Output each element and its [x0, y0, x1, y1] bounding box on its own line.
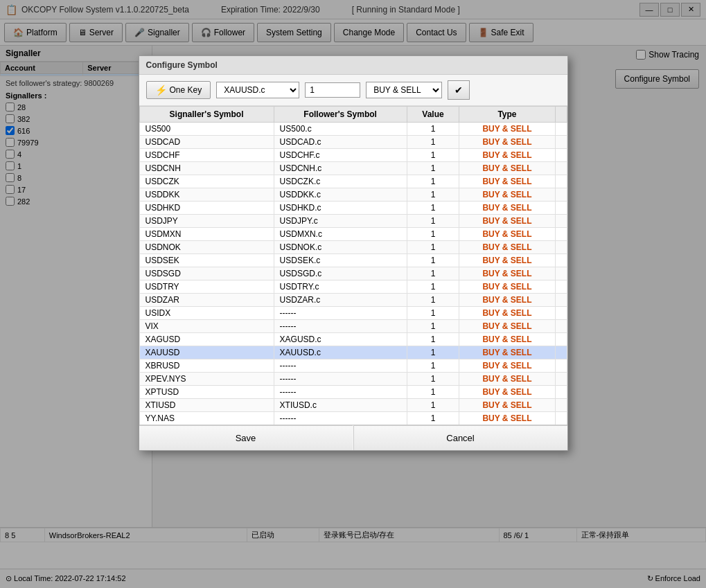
signaller-symbol-cell: USDTRY: [139, 280, 274, 294]
table-row[interactable]: XPTUSD------1BUY & SELL: [139, 386, 567, 399]
value-cell: 1: [407, 267, 459, 280]
one-key-button[interactable]: ⚡ One Key: [146, 81, 211, 99]
value-cell: 1: [407, 175, 459, 188]
spacer-cell: [555, 136, 567, 149]
symbol-table: Signaller's Symbol Follower's Symbol Val…: [139, 106, 567, 425]
signaller-symbol-cell: XPEV.NYS: [139, 373, 274, 386]
value-cell: 1: [407, 123, 459, 136]
signaller-symbol-cell: USDCAD: [139, 136, 274, 149]
follower-symbol-cell: ------: [274, 359, 407, 373]
value-cell: 1: [407, 280, 459, 294]
signaller-symbol-cell: VIX: [139, 320, 274, 333]
follower-symbol-cell: USDNOK.c: [274, 241, 407, 254]
modal-overlay: Configure Symbol ⚡ One Key XAUUSD.c BUY …: [0, 0, 706, 588]
spacer-cell: [555, 267, 567, 280]
value-cell: 1: [407, 359, 459, 373]
follower-symbol-cell: USDZAR.c: [274, 294, 407, 307]
follower-symbol-cell: ------: [274, 307, 407, 320]
table-row[interactable]: USDTRYUSDTRY.c1BUY & SELL: [139, 280, 567, 294]
type-cell: BUY & SELL: [459, 241, 555, 254]
value-cell: 1: [407, 373, 459, 386]
value-cell: 1: [407, 254, 459, 267]
value-cell: 1: [407, 399, 459, 412]
type-cell: BUY & SELL: [459, 373, 555, 386]
table-row[interactable]: USDJPYUSDJPY.c1BUY & SELL: [139, 215, 567, 228]
type-cell: BUY & SELL: [459, 188, 555, 202]
type-cell: BUY & SELL: [459, 280, 555, 294]
value-cell: 1: [407, 294, 459, 307]
confirm-button[interactable]: ✔: [448, 80, 470, 100]
type-cell: BUY & SELL: [459, 320, 555, 333]
spacer-cell: [555, 386, 567, 399]
table-row[interactable]: USDHKDUSDHKD.c1BUY & SELL: [139, 202, 567, 215]
type-cell: BUY & SELL: [459, 175, 555, 188]
signaller-symbol-cell: XPTUSD: [139, 386, 274, 399]
table-row[interactable]: YY.NAS------1BUY & SELL: [139, 412, 567, 425]
table-row[interactable]: USDCADUSDCAD.c1BUY & SELL: [139, 136, 567, 149]
value-cell: 1: [407, 228, 459, 241]
follower-symbol-cell: USDMXN.c: [274, 228, 407, 241]
type-cell: BUY & SELL: [459, 346, 555, 359]
signaller-symbol-cell: USDJPY: [139, 215, 274, 228]
type-cell: BUY & SELL: [459, 294, 555, 307]
table-row[interactable]: USDCHFUSDCHF.c1BUY & SELL: [139, 149, 567, 162]
spacer-cell: [555, 307, 567, 320]
table-row[interactable]: USDCZKUSDCZK.c1BUY & SELL: [139, 175, 567, 188]
table-row[interactable]: VIX------1BUY & SELL: [139, 320, 567, 333]
table-row[interactable]: USDNOKUSDNOK.c1BUY & SELL: [139, 241, 567, 254]
symbol-select[interactable]: XAUUSD.c: [216, 82, 299, 98]
value-cell: 1: [407, 241, 459, 254]
value-cell: 1: [407, 333, 459, 346]
table-row[interactable]: XTIUSDXTIUSD.c1BUY & SELL: [139, 399, 567, 412]
table-row[interactable]: USDSGDUSDSGD.c1BUY & SELL: [139, 267, 567, 280]
value-cell: 1: [407, 346, 459, 359]
configure-symbol-modal: Configure Symbol ⚡ One Key XAUUSD.c BUY …: [139, 55, 568, 451]
type-cell: BUY & SELL: [459, 123, 555, 136]
spacer-cell: [555, 202, 567, 215]
modal-toolbar: ⚡ One Key XAUUSD.c BUY & SELLBUYSELL ✔: [139, 75, 567, 106]
type-select[interactable]: BUY & SELLBUYSELL: [366, 82, 442, 98]
spacer-cell: [555, 254, 567, 267]
table-row[interactable]: US500US500.c1BUY & SELL: [139, 123, 567, 136]
spacer-cell: [555, 320, 567, 333]
signaller-symbol-cell: YY.NAS: [139, 412, 274, 425]
follower-symbol-cell: XAGUSD.c: [274, 333, 407, 346]
type-cell: BUY & SELL: [459, 254, 555, 267]
spacer-cell: [555, 333, 567, 346]
type-cell: BUY & SELL: [459, 386, 555, 399]
spacer-cell: [555, 188, 567, 202]
type-cell: BUY & SELL: [459, 307, 555, 320]
signaller-symbol-cell: XTIUSD: [139, 399, 274, 412]
value-cell: 1: [407, 136, 459, 149]
type-cell: BUY & SELL: [459, 267, 555, 280]
table-row[interactable]: USDDKKUSDDKK.c1BUY & SELL: [139, 188, 567, 202]
value-cell: 1: [407, 307, 459, 320]
signaller-symbol-cell: USDZAR: [139, 294, 274, 307]
symbol-table-container: Signaller's Symbol Follower's Symbol Val…: [139, 106, 567, 425]
signaller-symbol-cell: US500: [139, 123, 274, 136]
table-row[interactable]: XAUUSDXAUUSD.c1BUY & SELL: [139, 346, 567, 359]
table-row[interactable]: USDZARUSDZAR.c1BUY & SELL: [139, 294, 567, 307]
table-row[interactable]: XAGUSDXAGUSD.c1BUY & SELL: [139, 333, 567, 346]
col-value: Value: [407, 107, 459, 123]
spacer-cell: [555, 175, 567, 188]
signaller-symbol-cell: USDHKD: [139, 202, 274, 215]
save-button[interactable]: Save: [139, 425, 353, 450]
type-cell: BUY & SELL: [459, 136, 555, 149]
cancel-button[interactable]: Cancel: [353, 425, 567, 450]
spacer-cell: [555, 241, 567, 254]
table-row[interactable]: USIDX------1BUY & SELL: [139, 307, 567, 320]
table-row[interactable]: USDMXNUSDMXN.c1BUY & SELL: [139, 228, 567, 241]
value-cell: 1: [407, 215, 459, 228]
spacer-cell: [555, 215, 567, 228]
type-cell: BUY & SELL: [459, 215, 555, 228]
table-row[interactable]: USDCNHUSDCNH.c1BUY & SELL: [139, 162, 567, 175]
value-input[interactable]: [305, 82, 360, 98]
spacer-cell: [555, 346, 567, 359]
follower-symbol-cell: ------: [274, 373, 407, 386]
table-row[interactable]: XPEV.NYS------1BUY & SELL: [139, 373, 567, 386]
modal-title: Configure Symbol: [139, 56, 567, 75]
table-row[interactable]: USDSEKUSDSEK.c1BUY & SELL: [139, 254, 567, 267]
table-row[interactable]: XBRUSD------1BUY & SELL: [139, 359, 567, 373]
follower-symbol-cell: USDCZK.c: [274, 175, 407, 188]
